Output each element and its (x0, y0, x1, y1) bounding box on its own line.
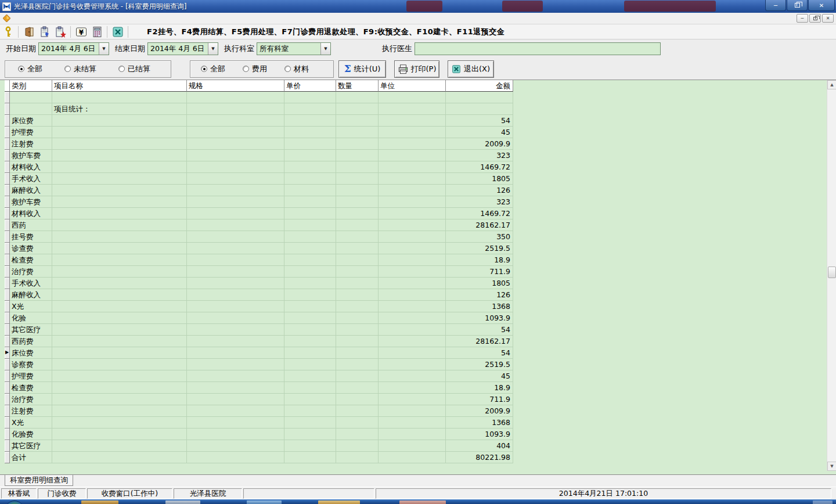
tab-fee-detail-query[interactable]: 科室费用明细查询 (5, 475, 73, 486)
table-row[interactable]: ▶ 项目统计： (5, 103, 513, 115)
row-selector[interactable]: ▶ (5, 243, 10, 254)
column-header-category[interactable]: 类别 (10, 80, 52, 92)
table-row[interactable]: ▶ 护理费 45 (5, 127, 513, 138)
row-selector[interactable]: ▶ (5, 452, 10, 463)
table-row[interactable]: ▶ 救护车费 323 (5, 196, 513, 208)
table-row[interactable]: ▶ 注射费 2009.9 (5, 138, 513, 150)
close-box-icon[interactable] (110, 25, 125, 39)
settle-radio-option[interactable]: 全部 (18, 64, 42, 74)
table-row[interactable]: ▶ 麻醉收入 126 (5, 289, 513, 301)
table-row[interactable]: ▶ 西药 28162.17 (5, 219, 513, 231)
scroll-up-icon[interactable]: ▲ (827, 80, 836, 89)
table-row[interactable]: ▶ 其它医疗 404 (5, 440, 513, 452)
settle-radio-option[interactable]: 未结算 (64, 64, 96, 74)
table-row[interactable]: ▶ 西药费 28162.17 (5, 336, 513, 347)
doctor-input[interactable] (415, 42, 661, 55)
mdi-minimize-button[interactable]: ─ (797, 14, 808, 23)
row-selector[interactable]: ▶ (5, 324, 10, 336)
column-header-spec[interactable]: 规格 (187, 80, 284, 92)
table-row[interactable]: ▶ 救护车费 323 (5, 150, 513, 161)
clipboard-edit-icon[interactable] (37, 25, 52, 39)
row-selector[interactable]: ▶ (5, 196, 10, 208)
row-selector[interactable]: ▶ (5, 429, 10, 440)
table-row[interactable]: ▶ 治疗费 711.9 (5, 266, 513, 278)
type-radio-option[interactable]: 材料 (284, 64, 309, 74)
key-icon[interactable] (1, 25, 15, 39)
row-selector[interactable]: ▶ (5, 161, 10, 173)
start-orb-icon[interactable] (5, 501, 24, 504)
scroll-down-icon[interactable]: ▼ (827, 462, 836, 471)
row-selector[interactable]: ▶ (5, 185, 10, 196)
row-selector[interactable]: ▶ (5, 103, 10, 115)
type-radio-option[interactable]: 全部 (201, 64, 225, 74)
row-selector[interactable]: ▶ (5, 115, 10, 127)
row-selector[interactable]: ▶ (5, 208, 10, 219)
row-selector[interactable]: ▶ (5, 266, 10, 278)
table-row[interactable]: ▶ 手术收入 1805 (5, 173, 513, 185)
taskbar-app-icon[interactable] (318, 501, 360, 504)
table-row[interactable]: ▶ 材料收入 1469.72 (5, 208, 513, 219)
row-selector[interactable]: ▶ (5, 127, 10, 138)
print-button[interactable]: 打印(P) (394, 60, 439, 78)
row-selector[interactable]: ▶ (5, 289, 10, 301)
column-header-price[interactable]: 单价 (284, 80, 336, 92)
row-selector[interactable]: ▶ (5, 347, 10, 359)
stats-button[interactable]: Σ 统计(U) (338, 60, 386, 78)
table-row[interactable]: ▶ X光 1368 (5, 417, 513, 429)
clipboard-star-icon[interactable] (53, 25, 67, 39)
taskbar-app-icon[interactable] (81, 501, 118, 504)
table-row[interactable]: ▶ 注射费 2009.9 (5, 405, 513, 417)
table-row[interactable]: ▶ 床位费 54 (5, 347, 513, 359)
row-selector[interactable]: ▶ (5, 405, 10, 417)
yen-icon[interactable]: ¥ (74, 25, 88, 39)
table-row[interactable]: ▶ 手术收入 1805 (5, 278, 513, 289)
column-header-item[interactable]: 项目名称 (52, 80, 187, 92)
table-row[interactable]: ▶ 治疗费 711.9 (5, 394, 513, 405)
table-row[interactable]: ▶ 挂号费 350 (5, 231, 513, 243)
chevron-down-icon[interactable]: ▼ (320, 43, 330, 55)
table-row[interactable]: ▶ (5, 92, 513, 103)
row-selector[interactable]: ▶ (5, 150, 10, 161)
taskbar-app-icon[interactable] (165, 501, 200, 504)
door-icon[interactable] (21, 25, 36, 39)
column-header-qty[interactable]: 数量 (336, 80, 379, 92)
minimize-button[interactable]: ─ (765, 0, 786, 11)
table-row[interactable]: ▶ 材料收入 1469.72 (5, 161, 513, 173)
table-row[interactable]: ▶ 化验费 1093.9 (5, 429, 513, 440)
mdi-close-button[interactable]: ✕ (822, 14, 834, 23)
row-selector[interactable]: ▶ (5, 138, 10, 150)
scrollbar-thumb[interactable] (828, 267, 836, 278)
row-selector[interactable]: ▶ (5, 312, 10, 324)
table-row[interactable]: ▶ 检查费 18.9 (5, 254, 513, 266)
row-selector[interactable]: ▶ (5, 301, 10, 312)
mdi-restore-button[interactable] (809, 14, 821, 23)
chevron-down-icon[interactable]: ▼ (99, 43, 109, 55)
table-row[interactable]: ▶ 诊察费 2519.5 (5, 359, 513, 370)
calculator-icon[interactable] (89, 25, 104, 39)
restore-button[interactable] (787, 0, 808, 11)
vertical-scrollbar[interactable]: ▲ ▼ (827, 80, 836, 471)
row-selector[interactable]: ▶ (5, 336, 10, 347)
row-selector[interactable]: ▶ (5, 231, 10, 243)
exit-button[interactable]: 退出(X) (448, 60, 494, 78)
row-selector[interactable]: ▶ (5, 278, 10, 289)
table-row[interactable]: ▶ 床位费 54 (5, 115, 513, 127)
row-selector[interactable]: ▶ (5, 370, 10, 382)
row-selector[interactable]: ▶ (5, 382, 10, 394)
column-header-unit[interactable]: 单位 (379, 80, 446, 92)
row-selector[interactable]: ▶ (5, 92, 10, 103)
row-selector[interactable]: ▶ (5, 417, 10, 429)
start-date-combo[interactable]: 2014年 4月 6日 ▼ (38, 42, 109, 55)
table-row[interactable]: ▶ 检查费 18.9 (5, 382, 513, 394)
row-selector[interactable]: ▶ (5, 173, 10, 185)
close-button[interactable]: ✕ (808, 0, 835, 11)
table-row[interactable]: ▶ 麻醉收入 126 (5, 185, 513, 196)
settle-radio-option[interactable]: 已结算 (118, 64, 150, 74)
column-header-amount[interactable]: 金额 (446, 80, 513, 92)
type-radio-option[interactable]: 费用 (243, 64, 267, 74)
department-combo[interactable]: 所有科室 ▼ (257, 42, 331, 55)
table-row[interactable]: ▶ 诊查费 2519.5 (5, 243, 513, 254)
row-selector[interactable]: ▶ (5, 440, 10, 452)
row-selector[interactable]: ▶ (5, 359, 10, 370)
table-row[interactable]: ▶ X光 1368 (5, 301, 513, 312)
